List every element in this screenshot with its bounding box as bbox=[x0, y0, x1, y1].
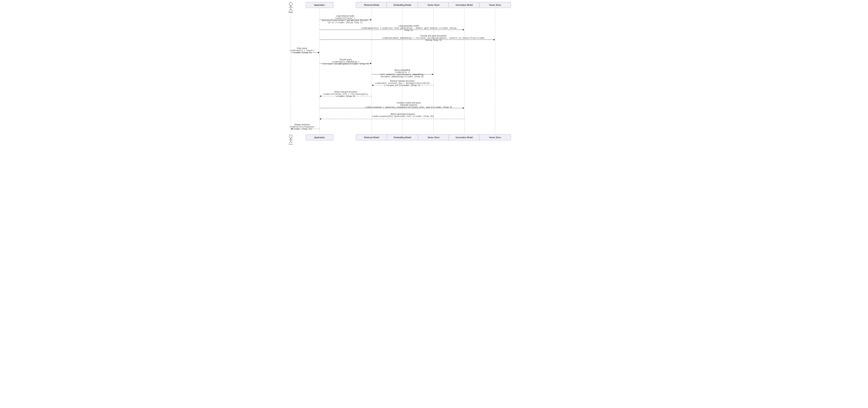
msg1-label: Load retrieval model <code>retriever = S… bbox=[320, 15, 370, 24]
actor-vectorstore2-top: Vector Store bbox=[479, 2, 511, 8]
user-icon-bottom bbox=[288, 134, 294, 143]
user-label-top: User bbox=[284, 11, 298, 13]
svg-marker-10 bbox=[463, 29, 464, 31]
msg9-label: Combine context and query Generate respo… bbox=[359, 102, 458, 108]
svg-line-39 bbox=[289, 142, 291, 143]
svg-marker-18 bbox=[432, 73, 434, 75]
svg-line-34 bbox=[291, 9, 292, 11]
svg-marker-12 bbox=[494, 39, 495, 40]
svg-marker-8 bbox=[370, 19, 372, 21]
user-icon-top bbox=[288, 2, 294, 11]
svg-point-35 bbox=[289, 135, 292, 138]
svg-point-29 bbox=[289, 2, 292, 5]
msg7-label: Retrieve relevant document <code>most_re… bbox=[373, 80, 432, 87]
msg2-label: Load generation model <code>generator = … bbox=[359, 25, 458, 31]
actor-generative-bottom: Generative Model bbox=[448, 134, 480, 140]
actor-vectorstore2-bottom: Vector Store bbox=[479, 134, 511, 140]
sequence-diagram: User Application Retrieval Model Embeddi… bbox=[280, 0, 588, 145]
actor-vectorstore1-bottom: Vector Store bbox=[418, 134, 450, 140]
actor-retrieval-bottom: Retrieval Model bbox=[356, 134, 388, 140]
msg11-label: Display response <code>print(response)</… bbox=[286, 124, 318, 130]
msg8-label: Return relevant document <code>retrieved… bbox=[320, 91, 371, 97]
svg-line-40 bbox=[291, 142, 292, 143]
actor-embedding-bottom: Embedding Model bbox=[386, 134, 418, 140]
msg5-label: Encode query <code>query_embedding = ret… bbox=[320, 59, 371, 65]
svg-marker-26 bbox=[319, 118, 321, 120]
msg6-label: Query embedding <code>hits = util.semant… bbox=[373, 69, 432, 78]
actor-generative-top: Generative Model bbox=[448, 2, 480, 8]
msg3-label: Encode and store documents <code>documen… bbox=[379, 35, 488, 41]
user-label-bottom: User bbox=[284, 143, 298, 145]
actor-user-bottom: User bbox=[284, 134, 298, 145]
actor-application-top: Application bbox=[306, 2, 334, 8]
actor-retrieval-top: Retrieval Model bbox=[356, 2, 388, 8]
svg-line-37 bbox=[289, 139, 291, 140]
actor-application-bottom: Application bbox=[306, 134, 334, 140]
svg-line-31 bbox=[289, 6, 291, 8]
svg-line-38 bbox=[291, 139, 293, 140]
msg10-label: Return generated response <code>response… bbox=[349, 113, 457, 117]
msg4-label: Enter query <code>query = input()</code>… bbox=[286, 47, 318, 54]
actor-vectorstore1-top: Vector Store bbox=[418, 2, 450, 8]
actor-embedding-top: Embedding Model bbox=[386, 2, 418, 8]
actor-user-top: User bbox=[284, 2, 298, 13]
svg-marker-24 bbox=[463, 107, 464, 109]
svg-line-32 bbox=[291, 6, 293, 8]
svg-line-33 bbox=[289, 9, 291, 11]
